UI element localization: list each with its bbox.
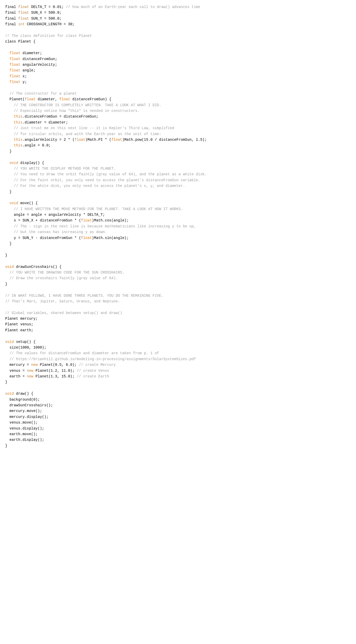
code-editor: final float DELTA_T = 0.01; // how much … <box>5 4 351 449</box>
code-line: final float DELTA_T = 0.01; // how much … <box>5 5 207 448</box>
